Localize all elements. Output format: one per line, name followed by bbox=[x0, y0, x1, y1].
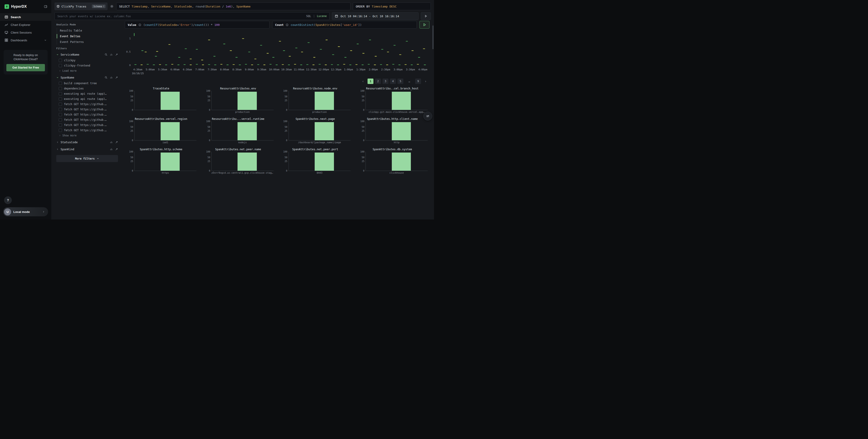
mini-chart-plot[interactable]: 10050250 bbox=[134, 152, 196, 171]
sidebar-item-search[interactable]: Search bbox=[0, 13, 51, 21]
filter-group-header-spanname[interactable]: SpanName bbox=[56, 75, 118, 81]
filter-group-header-spankind[interactable]: SpanKind bbox=[56, 146, 118, 152]
bar[interactable] bbox=[238, 152, 257, 171]
hyperdx-logo[interactable]: HyperDX bbox=[4, 4, 27, 9]
mini-chart-plot[interactable]: 10050250 bbox=[288, 121, 351, 141]
help-button[interactable]: ? bbox=[4, 196, 12, 204]
checkbox[interactable] bbox=[59, 82, 62, 85]
filter-option[interactable]: fetch GET https://github.… bbox=[56, 112, 118, 117]
sidebar-item-dashboards[interactable]: Dashboards bbox=[0, 36, 51, 44]
checkbox[interactable] bbox=[59, 92, 62, 95]
page-button-5[interactable]: 5 bbox=[398, 79, 403, 84]
lucene-mode-toggle[interactable]: Lucene bbox=[317, 14, 327, 18]
bar[interactable] bbox=[392, 122, 411, 140]
checkbox[interactable] bbox=[59, 87, 62, 90]
filter-option[interactable]: build component tree bbox=[56, 81, 118, 86]
local-mode-button[interactable]: U Local mode bbox=[3, 207, 48, 216]
bar-chart-icon[interactable] bbox=[110, 141, 113, 144]
bar[interactable] bbox=[392, 152, 411, 171]
chart-settings-fab[interactable] bbox=[423, 112, 432, 120]
prev-page-button[interactable]: ‹ bbox=[360, 79, 366, 84]
sidebar-item-chart-explorer[interactable]: Chart Explorer bbox=[0, 21, 51, 29]
bar[interactable] bbox=[315, 92, 334, 110]
pin-icon[interactable] bbox=[115, 141, 118, 144]
bar[interactable] bbox=[161, 152, 180, 171]
event-search-input[interactable]: Search your events w/ Lucene ex. column:… bbox=[55, 12, 330, 20]
checkbox[interactable] bbox=[59, 59, 62, 62]
source-selector[interactable]: ClickPy Traces Schema bbox=[55, 2, 107, 10]
bar[interactable] bbox=[161, 122, 180, 140]
mini-chart-plot[interactable]: 10050250 bbox=[134, 91, 196, 110]
filter-option[interactable]: dependencies bbox=[56, 86, 118, 91]
filter-group-header-servicename[interactable]: ServiceName bbox=[56, 52, 118, 58]
checkbox[interactable] bbox=[59, 64, 62, 67]
filter-option[interactable]: executing api route (app)… bbox=[56, 91, 118, 96]
search-icon[interactable] bbox=[104, 76, 107, 79]
pin-icon[interactable] bbox=[115, 53, 118, 56]
analysis-mode-event-deltas[interactable]: Event Deltas bbox=[57, 33, 118, 39]
run-query-button[interactable] bbox=[420, 21, 430, 29]
checkbox[interactable] bbox=[59, 129, 62, 132]
page-button-2[interactable]: 2 bbox=[375, 79, 381, 84]
bar[interactable] bbox=[392, 92, 411, 110]
checkbox[interactable] bbox=[59, 113, 62, 116]
checkbox[interactable] bbox=[59, 103, 62, 106]
mini-chart-plot[interactable]: 10050250 bbox=[212, 91, 274, 110]
mini-chart-plot[interactable]: 10050250 bbox=[366, 152, 428, 171]
pin-icon[interactable] bbox=[115, 148, 118, 151]
analysis-mode-results-table[interactable]: Results Table bbox=[57, 28, 118, 33]
analysis-mode-event-patterns[interactable]: Event Patterns bbox=[57, 39, 118, 45]
mini-chart-plot[interactable]: 10050250 bbox=[134, 121, 196, 141]
checkbox[interactable] bbox=[59, 118, 62, 121]
page-button-3[interactable]: 3 bbox=[382, 79, 389, 84]
filter-option[interactable]: fetch GET https://github.… bbox=[56, 127, 118, 133]
checkbox[interactable] bbox=[59, 97, 62, 100]
bar[interactable] bbox=[315, 122, 334, 140]
checkbox[interactable] bbox=[59, 123, 62, 127]
search-icon[interactable] bbox=[104, 53, 107, 56]
mini-chart-plot[interactable]: 10050250 bbox=[212, 152, 274, 171]
collapse-sidebar-icon[interactable] bbox=[44, 5, 47, 8]
more-filters-button[interactable]: More filters bbox=[56, 155, 118, 162]
get-started-button[interactable]: Get Started for Free bbox=[6, 64, 45, 71]
filter-option[interactable]: clickpy-frontend bbox=[56, 63, 118, 68]
bar[interactable] bbox=[238, 122, 257, 140]
mini-chart-plot[interactable]: 10050250 bbox=[212, 121, 274, 141]
select-clause-input[interactable]: SELECT Timestamp, ServiceName, StatusCod… bbox=[116, 2, 350, 10]
pin-icon[interactable] bbox=[115, 76, 118, 79]
page-button-9[interactable]: 9 bbox=[415, 79, 421, 84]
filter-option[interactable]: fetch GET https://github.… bbox=[56, 107, 118, 112]
sidebar-item-client-sessions[interactable]: Client Sessions bbox=[0, 29, 51, 36]
bar[interactable] bbox=[315, 152, 334, 171]
bar-chart-icon[interactable] bbox=[110, 76, 113, 79]
run-search-button[interactable] bbox=[421, 12, 431, 20]
source-settings-button[interactable] bbox=[110, 2, 114, 10]
time-range-picker[interactable]: Oct 10 04:16:14 - Oct 10 16:16:14 bbox=[332, 12, 418, 20]
load-more-link[interactable]: Load more bbox=[56, 68, 118, 74]
sql-mode-toggle[interactable]: SQL bbox=[306, 14, 311, 18]
count-expression-input[interactable]: Count countDistinct(SpanAttributes['user… bbox=[272, 21, 417, 29]
bar-chart-icon[interactable] bbox=[110, 53, 113, 56]
bar[interactable] bbox=[161, 92, 180, 110]
mini-chart-plot[interactable]: 10050250 bbox=[366, 121, 428, 141]
value-expression-input[interactable]: Value (countIf(StatusCode='Error')/count… bbox=[125, 21, 270, 29]
filter-option[interactable]: clickpy bbox=[56, 58, 118, 63]
page-button-4[interactable]: 4 bbox=[390, 79, 396, 84]
checkbox[interactable] bbox=[59, 108, 62, 111]
show-more-link[interactable]: Show more bbox=[56, 133, 118, 138]
next-page-button[interactable]: › bbox=[423, 79, 429, 84]
bar-chart-icon[interactable] bbox=[110, 148, 113, 151]
scrollbar-thumb[interactable] bbox=[432, 25, 434, 49]
filter-option[interactable]: fetch GET https://github.… bbox=[56, 122, 118, 127]
mini-chart-plot[interactable]: 10050250 bbox=[288, 91, 351, 110]
filter-group-header-statuscode[interactable]: StatusCode bbox=[56, 139, 118, 145]
mini-chart-plot[interactable]: 10050250 bbox=[288, 152, 351, 171]
page-button-1[interactable]: 1 bbox=[368, 79, 373, 84]
bar[interactable] bbox=[238, 92, 257, 110]
mini-chart-plot[interactable]: 10050250 bbox=[366, 91, 428, 110]
schema-badge[interactable]: Schema bbox=[92, 4, 105, 8]
filter-option[interactable]: fetch GET https://github.… bbox=[56, 117, 118, 122]
filter-option[interactable]: fetch GET https://github.… bbox=[56, 101, 118, 107]
filter-option[interactable]: executing api route (app)… bbox=[56, 96, 118, 101]
order-by-input[interactable]: ORDER BY Timestamp DESC bbox=[353, 2, 431, 10]
